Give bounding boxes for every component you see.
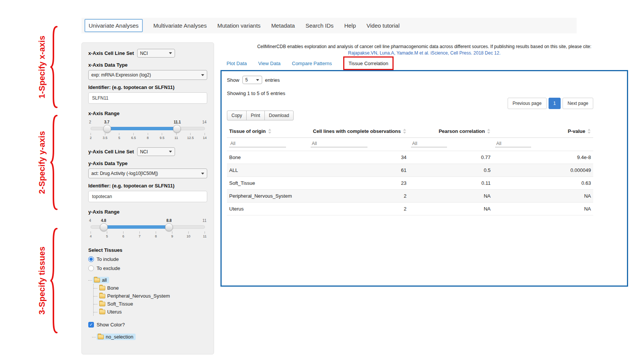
x-data-type-label: x-Axis Data Type	[88, 62, 207, 68]
y-range-tick: 8	[156, 231, 156, 238]
tab-multivariate-analyses[interactable]: Multivariate Analyses	[153, 22, 207, 29]
y-range-tick: 10	[188, 231, 189, 238]
cell-p-value: 9.4e-8	[493, 151, 593, 164]
tree-item-soft-tissue: Soft_Tissue	[94, 300, 207, 308]
tab-help[interactable]: Help	[344, 22, 356, 29]
table-row[interactable]: Bone 34 0.77 9.4e-8	[227, 151, 593, 164]
tab-metadata[interactable]: Metadata	[271, 22, 295, 29]
table-filter-row	[227, 138, 593, 151]
tree-node-all[interactable]: all	[93, 277, 109, 283]
exclude-radio-row[interactable]: To exclude	[88, 265, 207, 271]
sort-icon[interactable]	[487, 129, 491, 134]
show-color-label: Show Color?	[97, 322, 125, 328]
col-header-pearson-correlation[interactable]: Pearson correlation	[409, 125, 493, 138]
print-button[interactable]: Print	[246, 111, 265, 120]
x-data-type-select[interactable]: exp: mRNA Expression (log2)	[88, 70, 207, 80]
x-cell-line-set-select[interactable]: NCI	[137, 49, 175, 58]
top-nav: Univariate Analyses Multivariate Analyse…	[81, 18, 577, 33]
citation-link[interactable]: Rajapakse.VN, Luna.A, Yamade.M et al. iS…	[220, 50, 628, 56]
y-range-track[interactable]	[91, 225, 205, 229]
select-tissues-title: Select Tissues	[88, 247, 207, 253]
subtab-plot-data[interactable]: Plot Data	[227, 61, 247, 66]
tree-node-soft-tissue[interactable]: Soft_Tissue	[98, 301, 135, 307]
y-identifier-input[interactable]	[88, 191, 207, 202]
chevron-down-icon	[169, 151, 172, 153]
y-range-tick: 6	[123, 231, 123, 238]
folder-icon	[99, 286, 105, 290]
exclude-radio[interactable]	[88, 265, 94, 271]
include-radio-row[interactable]: To include	[88, 256, 207, 262]
x-range-handle-to[interactable]	[173, 125, 181, 133]
x-range-tick: 5	[119, 133, 119, 140]
cell-p-value: NA	[493, 190, 593, 203]
table-row[interactable]: Uterus 2 NA NA	[227, 203, 593, 215]
subtab-view-data[interactable]: View Data	[258, 61, 280, 66]
include-radio[interactable]	[88, 256, 94, 262]
filter-tissue-input[interactable]	[229, 140, 286, 147]
col-header-cell-lines[interactable]: Cell lines with complete observations	[308, 125, 409, 138]
page-size-select[interactable]: 5	[242, 76, 262, 84]
subtab-compare-patterns[interactable]: Compare Patterns	[292, 61, 332, 66]
sort-icon[interactable]	[588, 129, 591, 134]
annotation-specify-tissues: 3-Specify tissues	[37, 226, 58, 335]
page-1-button[interactable]: 1	[549, 98, 561, 109]
chevron-down-icon	[169, 52, 172, 54]
col-header-p-value[interactable]: P-value	[493, 125, 593, 138]
x-range-track[interactable]	[91, 127, 205, 130]
subtab-tissue-correlation[interactable]: Tissue Correlation	[349, 61, 388, 66]
y-identifier-label: Identifier: (e.g. topotecan or SLFN11)	[88, 183, 207, 189]
table-row[interactable]: Peripheral_Nervous_System 2 NA NA	[227, 190, 593, 203]
copy-button[interactable]: Copy	[227, 111, 247, 120]
show-label: Show	[227, 77, 239, 83]
x-identifier-label: Identifier: (e.g. topotecan or SLFN11)	[88, 84, 207, 90]
download-button[interactable]: Download	[264, 111, 294, 120]
y-cell-line-set-select[interactable]: NCI	[137, 147, 175, 156]
tree-node-peripheral-nervous-system[interactable]: Peripheral_Nervous_System	[98, 293, 172, 299]
show-color-checkbox[interactable]	[88, 322, 94, 328]
cell-tissue: Uterus	[227, 203, 308, 215]
curly-brace-icon	[49, 226, 58, 335]
table-info: Showing 1 to 5 of 5 entries	[227, 90, 593, 96]
previous-page-button[interactable]: Previous page	[508, 98, 547, 109]
x-range-handle-from[interactable]	[103, 125, 111, 133]
show-color-row[interactable]: Show Color?	[88, 322, 207, 328]
filter-p-value-input[interactable]	[495, 140, 531, 147]
tab-video-tutorial[interactable]: Video tutorial	[366, 22, 399, 29]
x-identifier-input[interactable]	[88, 92, 207, 104]
tree-node-no-selection[interactable]: no_selection	[97, 334, 136, 340]
annotation-specify-x-axis: 1-Specify x-axis	[37, 25, 58, 109]
tree-node-bone[interactable]: Bone	[98, 285, 121, 291]
x-range-from-label: 3.7	[104, 120, 109, 124]
annotation-specify-y-axis: 2-Specify y-axis	[37, 114, 58, 211]
table-row[interactable]: ALL 61 0.5 0.000049	[227, 164, 593, 177]
y-data-type-select[interactable]: act: Drug Activity (-log10[IC50M])	[88, 169, 207, 178]
filter-cell-lines-input[interactable]	[311, 140, 367, 147]
y-range-handle-to[interactable]	[165, 223, 173, 231]
export-button-group: Copy Print Download	[227, 111, 294, 120]
cell-p-value: 0.000049	[493, 164, 593, 177]
y-range-max-label: 11	[203, 218, 206, 223]
next-page-button[interactable]: Next page	[563, 98, 593, 109]
tree-node-uterus[interactable]: Uterus	[98, 309, 124, 315]
tab-search-ids[interactable]: Search IDs	[305, 22, 333, 29]
blue-highlight-box: Show 5 entries Showing 1 to 5 of 5 entri…	[220, 70, 628, 287]
filter-pearson-input[interactable]	[411, 140, 447, 147]
x-range-selected-bar	[107, 127, 177, 130]
y-range-handle-from[interactable]	[100, 223, 108, 231]
tab-mutation-variants[interactable]: Mutation variants	[217, 22, 261, 29]
sort-icon[interactable]	[268, 129, 272, 134]
cell-observations: 61	[308, 164, 409, 177]
col-header-tissue-of-origin[interactable]: Tissue of origin	[227, 125, 308, 138]
tree-item-no-selection: no_selection	[92, 333, 207, 341]
y-range-grid: 4 5 6 7 8 9 10 11	[91, 231, 205, 238]
table-row[interactable]: Soft_Tissue 23 0.11 0.63	[227, 177, 593, 190]
folder-icon	[99, 310, 105, 314]
y-range-from-label: 4.8	[101, 218, 106, 223]
tab-univariate-analyses[interactable]: Univariate Analyses	[84, 19, 143, 32]
y-range-tick: 11	[205, 231, 205, 238]
annotation-label: 2-Specify y-axis	[37, 131, 47, 194]
page-size-row: Show 5 entries	[227, 76, 593, 84]
y-axis-section: y-Axis Cell Line Set NCI y-Axis Data Typ…	[88, 147, 207, 238]
red-highlight-box: Tissue Correlation	[343, 56, 394, 70]
sort-icon[interactable]	[403, 129, 406, 134]
